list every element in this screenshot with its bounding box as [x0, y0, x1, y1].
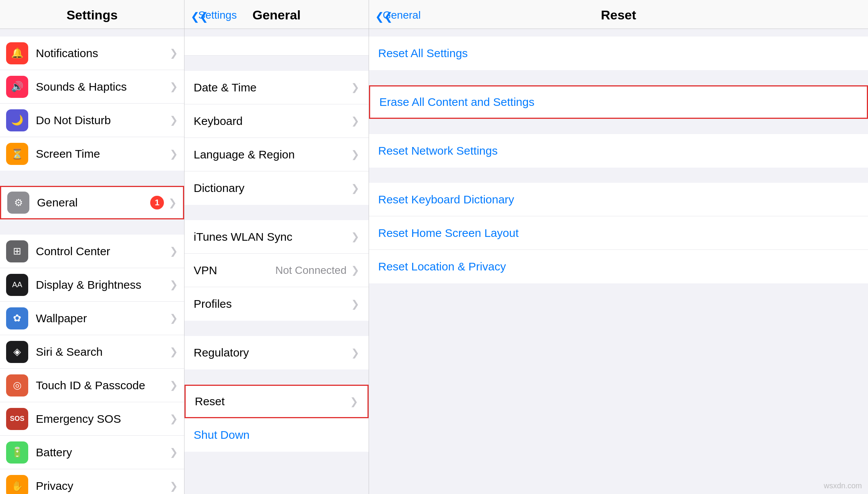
controlcenter-label: Control Center [36, 245, 170, 258]
general-item-reset[interactable]: Reset❯ [185, 385, 369, 418]
privacy-icon: ✋ [6, 475, 28, 494]
right-column: ❮ General Reset Reset All SettingsErase … [369, 0, 868, 494]
sidebar-item-battery[interactable]: 🔋Battery❯ [0, 436, 184, 469]
general-item-dictionary[interactable]: Dictionary❯ [185, 171, 369, 205]
sounds-chevron-icon: ❯ [170, 81, 178, 93]
reset-group-2: Reset Network Settings [369, 134, 868, 168]
sidebar-item-screentime[interactable]: ⏳Screen Time❯ [0, 137, 184, 171]
sidebar-item-controlcenter[interactable]: ⊞Control Center❯ [0, 235, 184, 268]
sidebar-item-touchid[interactable]: ◎Touch ID & Passcode❯ [0, 369, 184, 402]
general-item-regulatory[interactable]: Regulatory❯ [185, 336, 369, 369]
sirisearch-chevron-icon: ❯ [170, 346, 178, 358]
language-chevron-icon: ❯ [351, 149, 359, 160]
general-icon: ⚙ [7, 192, 29, 214]
general-group-2: iTunes WLAN Sync❯VPNNot Connected❯Profil… [185, 220, 369, 321]
general-item-ituneswlan[interactable]: iTunes WLAN Sync❯ [185, 220, 369, 254]
general-group-4: Reset❯ [185, 385, 369, 418]
touchid-chevron-icon: ❯ [170, 379, 178, 391]
wallpaper-icon: ✿ [6, 307, 28, 329]
general-item-profiles[interactable]: Profiles❯ [185, 287, 369, 321]
emergencysos-icon: SOS [6, 408, 28, 430]
privacy-right: ❯ [170, 480, 178, 492]
sidebar-item-general[interactable]: ⚙General1❯ [0, 186, 184, 219]
sidebar-item-sounds[interactable]: 🔊Sounds & Haptics❯ [0, 70, 184, 104]
battery-right: ❯ [170, 446, 178, 458]
donotdisturb-label: Do Not Disturb [36, 114, 170, 127]
reset-label: Reset [195, 395, 350, 408]
reset-group-3: Reset Keyboard DictionaryReset Home Scre… [369, 183, 868, 283]
back-to-general[interactable]: ❮ General [375, 9, 421, 21]
sirisearch-right: ❯ [170, 346, 178, 358]
emergencysos-label: Emergency SOS [36, 412, 170, 425]
sidebar-item-notifications[interactable]: 🔔Notifications❯ [0, 37, 184, 70]
middle-header: ❮ Settings General [185, 0, 369, 29]
right-header: ❮ General Reset [369, 0, 868, 29]
reset-spacer-1 [369, 70, 868, 85]
reset-item-reset-location[interactable]: Reset Location & Privacy [369, 250, 868, 283]
datetime-chevron-icon: ❯ [351, 82, 359, 93]
controlcenter-chevron-icon: ❯ [170, 245, 178, 257]
ituneswlan-label: iTunes WLAN Sync [194, 230, 351, 243]
group-spacer-m2 [185, 321, 369, 336]
screentime-chevron-icon: ❯ [170, 148, 178, 160]
profiles-chevron-icon: ❯ [351, 298, 359, 310]
reset-item-erase-all[interactable]: Erase All Content and Settings [369, 85, 868, 119]
sidebar-item-emergencysos[interactable]: SOSEmergency SOS❯ [0, 402, 184, 436]
middle-column: ❮ Settings General Date & Time❯Keyboard❯… [185, 0, 369, 494]
sounds-right: ❯ [170, 81, 178, 93]
notifications-label: Notifications [36, 47, 170, 60]
language-label: Language & Region [194, 148, 351, 161]
notifications-icon: 🔔 [6, 42, 28, 64]
sidebar-item-sirisearch[interactable]: ◈Siri & Search❯ [0, 335, 184, 369]
sidebar-item-displaybrightness[interactable]: AADisplay & Brightness❯ [0, 268, 184, 302]
notifications-chevron-icon: ❯ [170, 47, 178, 59]
wallpaper-chevron-icon: ❯ [170, 312, 178, 324]
group-spacer-m3 [185, 369, 369, 385]
reset-item-reset-homescreen[interactable]: Reset Home Screen Layout [369, 216, 868, 250]
general-item-keyboard[interactable]: Keyboard❯ [185, 104, 369, 138]
sidebar-item-wallpaper[interactable]: ✿Wallpaper❯ [0, 302, 184, 335]
reset-spacer-3 [369, 168, 868, 183]
profiles-label: Profiles [194, 297, 351, 310]
wallpaper-right: ❯ [170, 312, 178, 324]
sounds-icon: 🔊 [6, 76, 28, 98]
sirisearch-label: Siri & Search [36, 345, 170, 358]
emergencysos-right: ❯ [170, 413, 178, 425]
dictionary-chevron-icon: ❯ [351, 182, 359, 194]
shutdown-item[interactable]: Shut Down [185, 418, 369, 452]
donotdisturb-icon: 🌙 [6, 109, 28, 131]
displaybrightness-label: Display & Brightness [36, 278, 170, 291]
general-label: General [37, 196, 150, 209]
reset-list: Reset All SettingsErase All Content and … [369, 29, 868, 494]
general-chevron-icon: ❯ [168, 197, 177, 209]
reset-item-reset-keyboard[interactable]: Reset Keyboard Dictionary [369, 183, 868, 216]
sidebar-item-privacy[interactable]: ✋Privacy❯ [0, 469, 184, 494]
emergencysos-chevron-icon: ❯ [170, 413, 178, 425]
general-list: Date & Time❯Keyboard❯Language & Region❯D… [185, 29, 369, 494]
general-item-vpn[interactable]: VPNNot Connected❯ [185, 254, 369, 287]
left-header: Settings [0, 0, 184, 29]
back-to-settings[interactable]: ❮ Settings [191, 9, 237, 21]
shutdown-label: Shut Down [194, 428, 250, 441]
settings-group-3: ⊞Control Center❯AADisplay & Brightness❯✿… [0, 235, 184, 494]
middle-title: General [252, 8, 301, 22]
general-item-datetime[interactable]: Date & Time❯ [185, 71, 369, 104]
erase-all-label: Erase All Content and Settings [379, 96, 534, 109]
settings-group-2: ⚙General1❯ [0, 186, 184, 219]
reset-location-label: Reset Location & Privacy [378, 260, 506, 273]
reset-item-reset-all-settings[interactable]: Reset All Settings [369, 37, 868, 70]
general-item-language[interactable]: Language & Region❯ [185, 138, 369, 171]
general-badge: 1 [150, 196, 164, 209]
sounds-label: Sounds & Haptics [36, 80, 170, 93]
keyboard-label: Keyboard [194, 115, 351, 128]
reset-group-1: Erase All Content and Settings [369, 85, 868, 119]
touchid-icon: ◎ [6, 374, 28, 396]
watermark: wsxdn.com [824, 481, 862, 490]
reset-spacer-2 [369, 119, 868, 134]
group-spacer-2 [0, 219, 184, 235]
reset-network-label: Reset Network Settings [378, 144, 497, 157]
general-group-1: Date & Time❯Keyboard❯Language & Region❯D… [185, 71, 369, 205]
sirisearch-icon: ◈ [6, 341, 28, 363]
reset-item-reset-network[interactable]: Reset Network Settings [369, 134, 868, 168]
sidebar-item-donotdisturb[interactable]: 🌙Do Not Disturb❯ [0, 104, 184, 137]
